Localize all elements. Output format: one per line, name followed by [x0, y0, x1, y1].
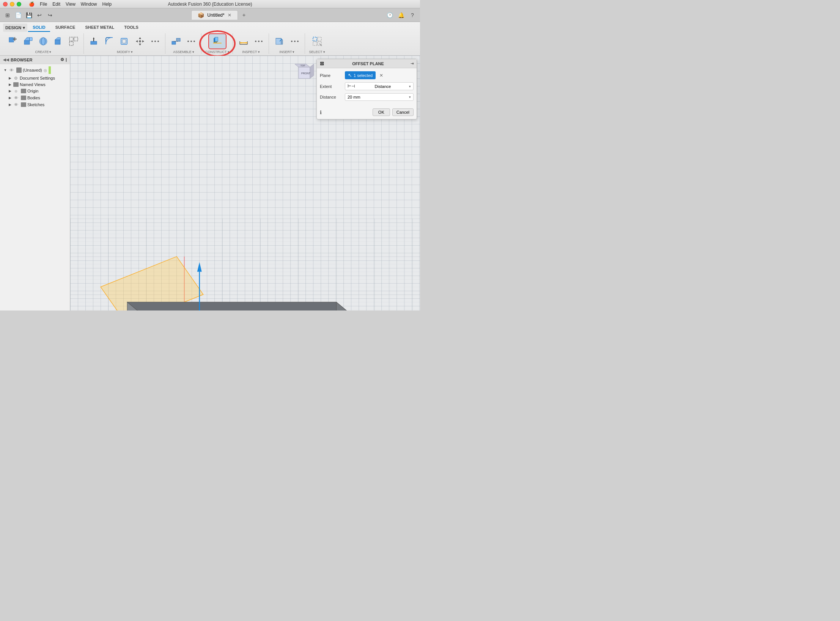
menu-file[interactable]: Edit	[52, 2, 60, 7]
extrude-icon[interactable]	[21, 34, 35, 48]
select-label: SELECT ▾	[309, 50, 325, 54]
shell-icon[interactable]	[118, 34, 132, 48]
fillet-icon[interactable]	[103, 34, 116, 48]
more-create-icon[interactable]	[67, 34, 80, 48]
folder-icon-named-views	[13, 82, 19, 87]
distance-label: Distance	[320, 95, 343, 99]
menu-window[interactable]: Help	[102, 2, 112, 7]
grid-icon[interactable]: ⊞	[3, 11, 12, 20]
tab-sheet-metal[interactable]: SHEET METAL	[80, 24, 119, 32]
new-component-icon[interactable]	[6, 34, 20, 48]
create-icons	[6, 33, 80, 49]
mac-menu[interactable]: 🍎 File Edit View Window Help	[29, 2, 117, 7]
sidebar: ◀◀ BROWSER ⚙ | ▼ 👁 (Unsaved) ◎ ▶ ⚙ Docum…	[0, 56, 70, 310]
browser-settings-icon[interactable]: ⚙	[60, 57, 64, 62]
eye-icon-unsaved[interactable]: 👁	[9, 67, 14, 73]
active-tab[interactable]: 📦 Untitled* ✕	[191, 10, 238, 20]
menu-fusion360[interactable]: File	[40, 2, 47, 7]
svg-marker-80	[310, 64, 314, 78]
browser-collapse-arrow[interactable]: ◀◀	[3, 58, 9, 62]
more-modify-icon[interactable]	[148, 34, 162, 48]
svg-marker-9	[55, 38, 60, 40]
extent-dropdown[interactable]: ⊢⊣ Distance ▾	[345, 82, 414, 90]
svg-point-23	[151, 41, 153, 42]
svg-point-43	[255, 41, 256, 42]
svg-text:FRONT: FRONT	[301, 72, 311, 75]
svg-marker-19	[139, 44, 141, 45]
tab-tools[interactable]: TOOLS	[120, 24, 143, 32]
more-insert-icon[interactable]	[288, 34, 302, 48]
new-tab-button[interactable]: ＋	[239, 11, 249, 20]
tree-item-origin[interactable]: ▶ ⊕ Origin	[0, 88, 70, 94]
inspect-label: INSPECT ▾	[242, 50, 260, 54]
folder-icon-sketches	[21, 102, 26, 107]
eye-icon-bodies[interactable]: 👁	[13, 95, 19, 100]
box-icon[interactable]	[52, 34, 65, 48]
folder-icon-origin	[21, 89, 26, 93]
tree-label-sketches: Sketches	[27, 102, 44, 107]
tree-item-bodies[interactable]: ▶ 👁 Bodies	[0, 94, 70, 101]
ribbon-group-create: CREATE ▾	[3, 33, 84, 54]
construct-main-icon[interactable]	[208, 33, 227, 49]
plane-selected-button[interactable]: ↖ 1 selected	[345, 71, 376, 79]
menu-view[interactable]: Window	[81, 2, 97, 7]
svg-marker-20	[136, 40, 138, 42]
move-icon[interactable]	[133, 34, 147, 48]
save-icon[interactable]: 💾	[24, 11, 33, 20]
offset-panel-body: Plane ↖ 1 selected ✕ Extent ⊢⊣ Distance …	[317, 68, 417, 107]
history-icon[interactable]: 🕐	[385, 11, 394, 20]
inspect-icons	[237, 33, 266, 49]
browser-expand-icon[interactable]: |	[66, 57, 67, 62]
panel-footer: ℹ OK Cancel	[317, 107, 417, 119]
menu-edit[interactable]: View	[66, 2, 76, 7]
ribbon-tabs: DESIGN ▾ SOLID SURFACE SHEET METAL TOOLS	[0, 22, 420, 32]
viewport[interactable]: 20.00 20 FRONT TOP ⊠ OFFSET PLANE ⇥	[70, 56, 420, 310]
press-pull-icon[interactable]	[88, 34, 101, 48]
tab-surface[interactable]: SURFACE	[51, 24, 80, 32]
tab-bar: ⊞ 📄 💾 ↩ ↪ 📦 Untitled* ✕ ＋ 🕐 🔔 ?	[0, 8, 420, 22]
tab-area: 📦 Untitled* ✕ ＋	[55, 10, 385, 20]
ok-button[interactable]: OK	[373, 108, 390, 116]
joint-icon[interactable]	[169, 34, 183, 48]
svg-rect-26	[172, 41, 176, 44]
menu-apple[interactable]: 🍎	[29, 2, 35, 7]
revolve-icon[interactable]	[36, 34, 50, 48]
tree-label-origin: Origin	[27, 89, 38, 93]
info-icon[interactable]: ℹ	[320, 110, 322, 115]
tree-arrow-named-views: ▶	[8, 82, 12, 87]
more-assemble-icon[interactable]	[184, 34, 198, 48]
browser-header: ◀◀ BROWSER ⚙ |	[0, 56, 70, 64]
cancel-button[interactable]: Cancel	[392, 108, 414, 116]
new-icon[interactable]: 📄	[14, 11, 23, 20]
folder-icon-unsaved	[16, 67, 22, 73]
notifications-icon[interactable]: 🔔	[396, 11, 406, 20]
help-icon[interactable]: ?	[408, 11, 417, 20]
window-controls[interactable]	[3, 2, 21, 6]
redo-icon[interactable]: ↪	[46, 11, 55, 20]
ribbon-group-insert: INSERT ▾	[270, 33, 305, 54]
tree-item-unsaved[interactable]: ▼ 👁 (Unsaved) ◎	[0, 66, 70, 75]
svg-marker-5	[30, 38, 32, 41]
minimize-button[interactable]	[10, 2, 14, 6]
tree-label-doc-settings: Document Settings	[20, 76, 55, 80]
maximize-button[interactable]	[17, 2, 21, 6]
tab-solid[interactable]: SOLID	[28, 24, 50, 32]
panel-clear-button[interactable]: ✕	[379, 73, 383, 78]
design-dropdown[interactable]: DESIGN ▾	[3, 24, 27, 32]
offset-panel-header: ⊠ OFFSET PLANE ⇥	[317, 59, 417, 68]
insert-canvas-icon[interactable]	[273, 34, 286, 48]
more-inspect-icon[interactable]	[252, 34, 266, 48]
select-icon[interactable]	[310, 34, 324, 48]
close-button[interactable]	[3, 2, 8, 6]
eye-icon-sketches[interactable]: 👁	[13, 102, 19, 107]
measure-icon[interactable]	[237, 34, 250, 48]
view-cube[interactable]: FRONT TOP	[291, 60, 314, 82]
distance-input[interactable]: 20 mm ▾	[345, 93, 414, 101]
tree-item-sketches[interactable]: ▶ 👁 Sketches	[0, 101, 70, 108]
tab-close-button[interactable]: ✕	[228, 13, 231, 18]
panel-expand-icon[interactable]: ⇥	[411, 61, 414, 66]
svg-rect-12	[74, 37, 78, 41]
undo-icon[interactable]: ↩	[35, 11, 44, 20]
tree-item-doc-settings[interactable]: ▶ ⚙ Document Settings	[0, 75, 70, 82]
tree-item-named-views[interactable]: ▶ Named Views	[0, 82, 70, 88]
